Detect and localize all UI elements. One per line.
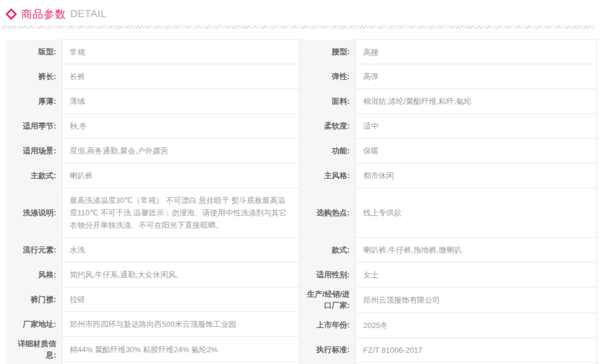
param-row: 主款式: 喇叭裤	[6, 163, 299, 188]
param-value: 郑州云顶服饰有限公司	[356, 287, 597, 313]
param-value: 都市休闲	[356, 163, 597, 188]
param-label: 柔软度:	[299, 114, 356, 139]
param-value: 度假,商务通勤,聚会,户外露营	[62, 139, 299, 163]
param-value: 高腰	[356, 40, 597, 64]
section-header: 商品参数 DETAIL	[0, 0, 603, 21]
param-label: 执行标准:	[299, 338, 356, 363]
param-row: 款式: 喇叭裤,牛仔裤,拖地裤,微喇叭	[299, 238, 597, 263]
param-row: 适用性别: 女士	[299, 263, 597, 287]
param-value: 棉混纺,涤纶/聚酯纤维,粘纤,氨纶	[356, 89, 597, 114]
left-param-table: 版型: 常规 裤长: 长裤 厚薄: 薄绒 适用季节: 秋,冬 适用场景: 度假,…	[6, 40, 299, 364]
param-label: 版型:	[6, 40, 62, 64]
param-label: 主风格:	[299, 163, 356, 188]
param-value: 拉链	[62, 287, 299, 312]
param-label: 面料:	[299, 89, 356, 114]
product-detail-page: 商品参数 DETAIL 版型: 常规 裤长: 长裤 厚薄: 薄绒 适用季节: 秋…	[0, 0, 603, 364]
param-row: 功能: 保暖	[299, 139, 597, 163]
param-value: 喇叭裤,牛仔裤,拖地裤,微喇叭	[356, 238, 597, 263]
param-label: 上市年份:	[299, 313, 356, 338]
param-label: 流行元素:	[6, 238, 62, 263]
param-row: 裤门襟: 拉链	[6, 287, 299, 312]
param-value: 线上专供款	[356, 188, 597, 238]
param-row: 弹性: 高弹	[299, 64, 597, 89]
param-value: 长裤	[62, 64, 299, 89]
param-tables: 版型: 常规 裤长: 长裤 厚薄: 薄绒 适用季节: 秋,冬 适用场景: 度假,…	[6, 40, 597, 364]
param-value: 女士	[356, 263, 597, 287]
param-row: 上市年份: 2025冬	[299, 313, 597, 338]
param-value: FZ/T 81006-2017	[356, 338, 597, 363]
param-label: 洗涤说明:	[6, 188, 62, 238]
param-row: 面料: 棉混纺,涤纶/聚酯纤维,粘纤,氨纶	[299, 89, 597, 114]
param-label: 款式:	[299, 238, 356, 263]
param-row: 厚薄: 薄绒	[6, 89, 299, 114]
param-label: 弹性:	[299, 64, 356, 89]
param-row: 版型: 常规	[6, 40, 299, 64]
param-value: 适中	[356, 114, 597, 139]
param-value: 常规	[62, 40, 299, 64]
param-value: 2025冬	[356, 313, 597, 338]
param-row: 腰型: 高腰	[299, 40, 597, 64]
param-value: 最高洗涤温度30℃（常规） 不可漂白 悬挂晾干 熨斗底板最高温度110℃ 不可干…	[62, 188, 299, 238]
section-title-cn: 商品参数	[21, 7, 66, 21]
param-row: 柔软度: 适中	[299, 114, 597, 139]
param-label: 裤长:	[6, 64, 62, 89]
diamond-icon	[5, 8, 17, 20]
param-row: 执行标准: FZ/T 81006-2017	[299, 338, 597, 363]
param-label: 适用季节:	[6, 114, 62, 139]
param-value: 简约风,牛仔系,通勤,大众休闲风,	[62, 263, 299, 287]
param-value: 高弹	[356, 64, 597, 89]
param-value: 郑州市西四环与新达路向西500米云顶服饰工业园	[62, 312, 299, 337]
param-row: 流行元素: 水洗	[6, 238, 299, 263]
param-value: 棉44% 聚酯纤维30% 粘胶纤维24% 氨纶2%	[62, 337, 299, 363]
param-row: 适用季节: 秋,冬	[6, 114, 299, 139]
param-label: 适用性别:	[299, 263, 356, 287]
param-value: 水洗	[62, 238, 299, 263]
param-label: 裤门襟:	[6, 287, 62, 312]
param-label: 功能:	[299, 139, 356, 163]
param-value: 保暖	[356, 139, 597, 163]
section-title-en: DETAIL	[70, 8, 106, 20]
param-value: 喇叭裤	[62, 163, 299, 188]
param-label: 详细材质信息:	[6, 337, 62, 363]
param-label: 腰型:	[299, 40, 356, 64]
param-value: 薄绒	[62, 89, 299, 114]
param-row: 厂家地址: 郑州市西四环与新达路向西500米云顶服饰工业园	[6, 312, 299, 337]
param-label: 风格:	[6, 263, 62, 287]
param-row: 生产/经销/进口厂家: 郑州云顶服饰有限公司	[299, 287, 597, 313]
param-value: 秋,冬	[62, 114, 299, 139]
param-row: 详细材质信息: 棉44% 聚酯纤维30% 粘胶纤维24% 氨纶2%	[6, 337, 299, 363]
param-row: 主风格: 都市休闲	[299, 163, 597, 188]
param-label: 适用场景:	[6, 139, 62, 163]
param-row: 适用场景: 度假,商务通勤,聚会,户外露营	[6, 139, 299, 163]
param-label: 选购热点:	[299, 188, 356, 238]
param-label: 厚薄:	[6, 89, 62, 114]
param-row: 裤长: 长裤	[6, 64, 299, 89]
param-label: 厂家地址:	[6, 312, 62, 337]
param-row: 选购热点: 线上专供款	[299, 188, 597, 238]
param-label: 主款式:	[6, 163, 62, 188]
hatched-divider	[2, 25, 595, 29]
param-row: 风格: 简约风,牛仔系,通勤,大众休闲风,	[6, 263, 299, 287]
param-label: 生产/经销/进口厂家:	[299, 287, 356, 313]
param-row-wash-instructions: 洗涤说明: 最高洗涤温度30℃（常规） 不可漂白 悬挂晾干 熨斗底板最高温度11…	[6, 188, 299, 238]
right-param-table: 腰型: 高腰 弹性: 高弹 面料: 棉混纺,涤纶/聚酯纤维,粘纤,氨纶 柔软度:…	[299, 40, 597, 364]
